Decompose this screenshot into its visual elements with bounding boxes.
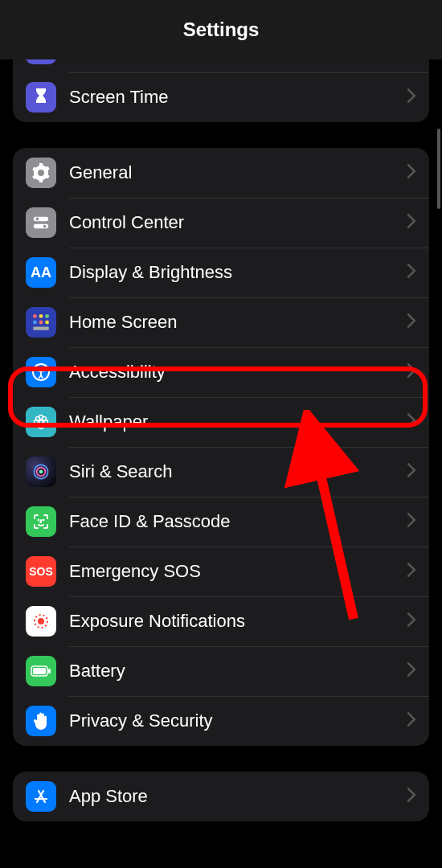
chevron-right-icon — [407, 563, 416, 580]
settings-group-2: General Control Center AA Display & Brig… — [13, 148, 429, 746]
row-focus[interactable]: Focus — [13, 59, 429, 72]
svg-rect-9 — [45, 321, 48, 324]
svg-rect-7 — [33, 321, 36, 324]
row-display-brightness[interactable]: AA Display & Brightness — [13, 248, 429, 297]
settings-group-3: App Store — [13, 772, 429, 821]
navbar: Settings — [0, 0, 442, 59]
svg-point-1 — [36, 218, 39, 221]
row-label: Screen Time — [69, 87, 407, 108]
row-wallpaper[interactable]: Wallpaper — [13, 397, 429, 447]
row-app-store[interactable]: App Store — [13, 772, 429, 821]
scrollbar[interactable] — [437, 129, 440, 209]
svg-rect-4 — [33, 314, 36, 317]
home-grid-icon — [26, 307, 56, 338]
row-privacy-security[interactable]: Privacy & Security — [13, 696, 429, 746]
row-control-center[interactable]: Control Center — [13, 198, 429, 248]
row-accessibility[interactable]: Accessibility — [13, 347, 429, 397]
row-label: Control Center — [69, 212, 407, 233]
row-label: Display & Brightness — [69, 262, 407, 283]
row-screen-time[interactable]: Screen Time — [13, 72, 429, 122]
row-emergency-sos[interactable]: SOS Emergency SOS — [13, 547, 429, 596]
row-label: Siri & Search — [69, 461, 407, 482]
row-battery[interactable]: Battery — [13, 646, 429, 696]
row-home-screen[interactable]: Home Screen — [13, 297, 429, 347]
accessibility-icon — [26, 357, 56, 387]
siri-icon — [26, 457, 56, 487]
svg-rect-5 — [39, 314, 43, 317]
page-title: Settings — [183, 18, 260, 41]
row-label: App Store — [69, 786, 407, 807]
flower-icon — [26, 407, 56, 437]
row-face-id[interactable]: Face ID & Passcode — [13, 497, 429, 547]
face-id-icon — [26, 506, 56, 537]
chevron-right-icon — [407, 164, 416, 182]
focus-icon — [26, 59, 56, 64]
settings-group-1: Focus Screen Time — [13, 59, 429, 122]
chevron-right-icon — [407, 788, 416, 805]
svg-rect-0 — [34, 217, 48, 222]
row-label: Privacy & Security — [69, 710, 407, 731]
row-label: Face ID & Passcode — [69, 511, 407, 532]
chevron-right-icon — [407, 363, 416, 381]
row-general[interactable]: General — [13, 148, 429, 198]
chevron-right-icon — [407, 612, 416, 630]
chevron-right-icon — [407, 513, 416, 530]
battery-icon — [26, 656, 56, 686]
chevron-right-icon — [407, 264, 416, 281]
row-label: Exposure Notifications — [69, 611, 407, 632]
app-store-icon — [26, 781, 56, 812]
settings-scroll[interactable]: Focus Screen Time General — [0, 59, 442, 868]
svg-rect-6 — [45, 314, 48, 317]
chevron-right-icon — [407, 88, 416, 106]
hourglass-icon — [26, 82, 56, 113]
chevron-right-icon — [407, 463, 416, 481]
hand-icon — [26, 706, 56, 736]
exposure-icon — [26, 606, 56, 637]
chevron-right-icon — [407, 214, 416, 231]
svg-point-3 — [43, 225, 47, 228]
svg-rect-10 — [33, 326, 49, 330]
svg-point-25 — [39, 520, 39, 521]
row-label: Battery — [69, 661, 407, 682]
gear-icon — [26, 158, 56, 188]
row-label: Wallpaper — [69, 411, 407, 432]
row-label: Home Screen — [69, 312, 407, 333]
row-label: General — [69, 162, 407, 183]
svg-point-12 — [40, 367, 43, 370]
svg-point-26 — [43, 520, 44, 521]
row-label: Accessibility — [69, 362, 407, 383]
chevron-right-icon — [407, 413, 416, 431]
svg-rect-31 — [48, 669, 51, 674]
svg-point-27 — [39, 619, 43, 624]
row-siri-search[interactable]: Siri & Search — [13, 447, 429, 497]
svg-rect-8 — [39, 321, 43, 324]
toggles-icon — [26, 207, 56, 238]
text-size-icon: AA — [26, 257, 56, 288]
svg-rect-30 — [33, 668, 46, 674]
svg-point-24 — [39, 470, 43, 473]
chevron-right-icon — [407, 712, 416, 730]
chevron-right-icon — [407, 662, 416, 680]
chevron-right-icon — [407, 313, 416, 331]
row-exposure-notifications[interactable]: Exposure Notifications — [13, 596, 429, 646]
svg-point-13 — [39, 420, 43, 424]
row-label: Emergency SOS — [69, 561, 407, 582]
sos-icon: SOS — [26, 556, 56, 587]
